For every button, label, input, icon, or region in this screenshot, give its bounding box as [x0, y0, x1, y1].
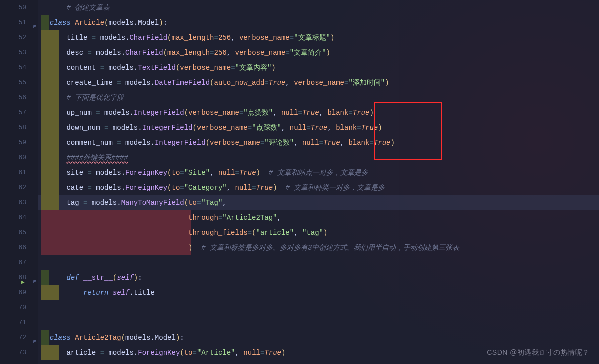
code-line[interactable]: content = models.TextField(verbose_name=… [41, 60, 599, 75]
fold-open-icon[interactable]: ⊟ [31, 20, 38, 35]
code-token: verbose_name [210, 139, 260, 147]
fold-open-icon[interactable]: ⊟ [31, 275, 38, 290]
line-number: 66 [0, 240, 26, 255]
code-line[interactable]: tag = models.ManyToManyField(to="Tag", [41, 195, 599, 210]
code-token: = [100, 349, 109, 357]
code-token: null [290, 124, 307, 132]
code-token: True [361, 124, 378, 132]
code-token: ( [163, 49, 167, 57]
code-token [50, 244, 188, 252]
code-token: , [285, 79, 294, 87]
code-token: through_fields [188, 229, 248, 237]
line-number: 54 [0, 60, 26, 75]
code-line[interactable]: up_num = models.IntegerField(verbose_nam… [41, 105, 599, 120]
code-token: models. [125, 139, 155, 147]
line-number: 65 [0, 225, 26, 240]
line-number: 73 [0, 345, 26, 360]
code-line[interactable]: site = models.ForeignKey(to="Site", null… [41, 165, 599, 180]
code-token: ( [206, 139, 210, 147]
code-line[interactable]: # 创建文章表 [41, 0, 599, 15]
code-token: DateTimeField [155, 79, 210, 87]
code-line[interactable]: class Article2Tag(models.Model): [41, 330, 599, 345]
code-token: return [83, 289, 113, 297]
code-line[interactable]: comment_num = models.IntegerField(verbos… [41, 135, 599, 150]
code-token: through [188, 214, 218, 222]
code-token: "Article" [197, 349, 235, 357]
code-token: True [264, 349, 281, 357]
code-line[interactable]: return self.title [41, 285, 599, 300]
code-token: TextField [138, 64, 176, 72]
code-token: null [243, 349, 260, 357]
code-token: "Category" [184, 184, 227, 192]
code-line[interactable]: ) # 文章和标签是多对多。多对多有3中创建方式。我们用半自动，手动创建第三张表 [41, 240, 599, 255]
line-number: 59 [0, 135, 26, 150]
code-token: ) [390, 139, 394, 147]
code-token: ( [167, 34, 171, 42]
code-token: models. [96, 184, 125, 192]
code-token: "文章内容" [235, 64, 272, 72]
code-token: def [66, 274, 83, 282]
code-token: __str__ [83, 274, 113, 282]
code-line[interactable]: ####外键关系#### [41, 150, 599, 165]
code-line[interactable]: # 下面是优化字段 [41, 90, 599, 105]
code-token [50, 4, 67, 12]
code-token: ####外键关系#### [66, 154, 128, 162]
code-token: = [100, 64, 109, 72]
code-token: "添加时间" [348, 79, 385, 87]
code-token: = [92, 34, 100, 42]
code-token [50, 169, 67, 177]
code-token: , [277, 214, 281, 222]
code-token [50, 349, 67, 357]
code-token: 256 [214, 49, 227, 57]
code-token: models. [96, 169, 125, 177]
code-token: verbose_name [197, 124, 248, 132]
code-line[interactable]: through_fields=("article", "tag") [41, 225, 599, 240]
code-token: "Article2Tag" [222, 214, 277, 222]
code-token: , [340, 139, 349, 147]
code-token: ) [369, 109, 373, 117]
code-line[interactable]: create_time = models.DateTimeField(auto_… [41, 75, 599, 90]
code-line[interactable] [41, 315, 599, 330]
code-line[interactable]: cate = models.ForeignKey(to="Category", … [41, 180, 599, 195]
code-token: ( [184, 199, 188, 207]
code-line[interactable]: title = models.CharField(max_length=256,… [41, 30, 599, 45]
line-number: 58 [0, 120, 26, 135]
code-token: down_num [66, 124, 104, 132]
code-token: ) [323, 229, 327, 237]
line-number: 61 [0, 165, 26, 180]
code-line[interactable]: class Article(models.Model): [41, 15, 599, 30]
code-line[interactable]: def __str__(self): [41, 270, 599, 285]
code-token: models. [125, 79, 155, 87]
code-token: verbose_name [235, 49, 286, 57]
line-number: 55 [0, 75, 26, 90]
code-token: = [104, 124, 113, 132]
code-line[interactable] [41, 255, 599, 270]
code-line[interactable]: down_num = models.IntegerField(verbose_n… [41, 120, 599, 135]
code-area[interactable]: # 创建文章表 class Article(models.Model): tit… [38, 0, 599, 364]
code-token: auto_now_add [214, 79, 265, 87]
code-line[interactable] [41, 300, 599, 315]
fold-gutter[interactable]: ⊟⊟⊟ [31, 0, 38, 364]
code-token: , [319, 109, 328, 117]
code-token: , [222, 199, 226, 207]
line-number-gutter: 5051525354555657585960616263646566676869… [0, 0, 31, 364]
code-line[interactable]: desc = models.CharField(max_length=256, … [41, 45, 599, 60]
code-token: to [184, 349, 193, 357]
code-token: = [180, 184, 184, 192]
code-token: = [193, 349, 197, 357]
code-token: ) [159, 19, 163, 27]
code-token: ForeignKey [125, 184, 167, 192]
code-token: IntegerField [134, 109, 184, 117]
code-token: , [210, 169, 218, 177]
code-token: models. [96, 49, 125, 57]
code-token: ) [378, 124, 382, 132]
code-token: True [256, 184, 273, 192]
code-token: "Tag" [201, 199, 222, 207]
code-token: ( [113, 274, 117, 282]
code-editor[interactable]: 5051525354555657585960616263646566676869… [0, 0, 599, 364]
fold-open-icon[interactable]: ⊟ [31, 335, 38, 350]
code-token: "文章简介" [290, 49, 326, 57]
run-gutter-icon[interactable]: ▶ [21, 275, 25, 290]
code-line[interactable]: through="Article2Tag", [41, 210, 599, 225]
code-token: IntegerField [142, 124, 193, 132]
